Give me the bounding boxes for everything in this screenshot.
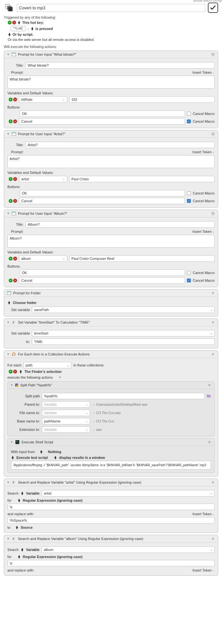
add-trigger-button[interactable]: + [8, 21, 12, 24]
disclosure-icon[interactable]: ▼ [10, 384, 13, 387]
cancel-macro-checkbox[interactable] [187, 279, 191, 282]
title-input[interactable] [25, 221, 215, 228]
add-button-button[interactable]: + [9, 199, 13, 203]
basename-variable-select[interactable]: pathName⌄ [42, 418, 90, 424]
gear-icon[interactable] [211, 536, 215, 541]
gear-icon[interactable] [211, 320, 215, 325]
button-name-input[interactable] [20, 110, 185, 117]
gear-icon[interactable] [211, 132, 215, 136]
remove-button-button[interactable]: − [13, 199, 17, 203]
insert-token-button[interactable]: Insert Token⌄ [192, 568, 215, 572]
stepper-icon[interactable]: ▲▼ [21, 548, 24, 551]
remove-button-button[interactable]: − [13, 119, 17, 123]
cancel-macro-checkbox[interactable] [187, 199, 191, 203]
remove-var-button[interactable]: − [13, 98, 17, 101]
cancel-macro-checkbox[interactable] [187, 271, 191, 275]
replacement-input[interactable] [7, 517, 215, 524]
gear-icon[interactable] [211, 480, 215, 485]
add-button-button[interactable]: + [9, 119, 13, 123]
stepper-icon[interactable]: ▲▼ [54, 456, 57, 459]
button-name-input[interactable] [19, 277, 185, 284]
stepper-icon[interactable]: ▲▼ [8, 33, 11, 36]
disclosure-icon[interactable]: ▼ [7, 212, 10, 215]
button-name-input[interactable] [20, 190, 185, 196]
gear-icon[interactable] [211, 211, 215, 216]
cancel-macro-checkbox[interactable] [187, 191, 191, 195]
add-var-button[interactable]: + [9, 257, 13, 260]
stepper-icon[interactable]: ▲▼ [15, 526, 19, 529]
insert-token-button[interactable]: Insert Token⌄ [192, 71, 215, 74]
remove-collection-button[interactable]: − [13, 370, 17, 374]
stepper-icon[interactable]: ▲▼ [11, 456, 14, 459]
disclosure-icon[interactable]: ▼ [7, 353, 10, 356]
set-variable-label: Set variable [7, 308, 30, 312]
add-var-button[interactable]: + [9, 177, 13, 181]
parent-variable-select[interactable]: Variable⌄ [42, 401, 90, 408]
disclosure-icon[interactable]: ▼ [7, 53, 10, 56]
stepper-icon[interactable]: ▲▼ [17, 499, 21, 502]
gear-icon[interactable] [207, 383, 212, 387]
calculation-input[interactable] [32, 338, 215, 345]
add-var-button[interactable]: + [9, 98, 13, 101]
stepper-icon[interactable]: ▲▼ [21, 492, 24, 495]
disclosure-icon[interactable]: ▼ [7, 481, 10, 484]
stepper-icon[interactable]: ▲▼ [7, 301, 11, 304]
gear-icon[interactable] [211, 352, 215, 356]
remove-var-button[interactable]: − [13, 177, 17, 181]
remove-var-button[interactable]: − [13, 257, 17, 260]
prompt-textarea[interactable]: Artist? [7, 155, 215, 168]
variable-select[interactable]: timeStart⌄ [32, 330, 215, 336]
gear-icon[interactable] [207, 440, 212, 444]
disclosure-icon[interactable]: ▼ [7, 321, 10, 324]
disclosure-icon[interactable]: ▼ [59, 376, 61, 379]
button-name-input[interactable] [20, 270, 185, 276]
hotkey-field[interactable]: ^⌥⇧⌘C [10, 26, 26, 31]
variable-default-input[interactable] [69, 255, 215, 262]
button-name-input[interactable] [19, 118, 185, 125]
search-pattern-input[interactable] [7, 504, 215, 510]
gear-icon[interactable] [211, 52, 215, 57]
insert-token-button[interactable]: Insert Token⌄ [192, 512, 215, 516]
variable-default-input[interactable] [69, 96, 215, 103]
variables-label: Variables and Default Values: [7, 250, 215, 254]
extension-variable-select[interactable]: Variable⌄ [42, 426, 90, 433]
variable-select[interactable]: savePath⌄ [32, 307, 215, 313]
insert-token-button[interactable]: Insert Token⌄ [192, 150, 215, 154]
loop-variable-select[interactable]: path⌄ [23, 362, 71, 368]
cancel-macro-checkbox[interactable] [187, 119, 191, 123]
variable-default-input[interactable] [69, 176, 215, 182]
prompt-textarea[interactable]: Album? [7, 235, 215, 248]
title-input[interactable] [25, 62, 215, 69]
add-button-button[interactable]: + [9, 279, 13, 282]
variable-name-select[interactable]: artist⌄ [19, 176, 67, 182]
shell-script-textarea[interactable]: /Applications/ffmpeg -i "$KMVAR_path" -a… [11, 461, 211, 469]
stepper-icon[interactable]: ▲▼ [19, 370, 23, 373]
hotkey-dropdown[interactable]: ⌄ [27, 27, 29, 30]
remove-trigger-button[interactable]: − [12, 21, 16, 24]
enabled-checkbox[interactable] [208, 3, 218, 13]
stepper-icon[interactable]: ▲▼ [31, 27, 34, 30]
stepper-icon[interactable]: ▲▼ [17, 555, 21, 558]
remove-button-button[interactable]: − [13, 279, 17, 282]
disclosure-icon[interactable]: ▼ [7, 537, 10, 540]
variable-name-select[interactable]: bitRate⌄ [19, 96, 67, 103]
stepper-icon[interactable]: ▲▼ [17, 21, 21, 24]
filename-variable-select[interactable]: Variable⌄ [42, 410, 90, 416]
macro-title-input[interactable] [17, 4, 205, 12]
folder-picker-icon[interactable] [207, 393, 211, 399]
stepper-icon[interactable]: ▲▼ [40, 450, 43, 453]
search-variable-select[interactable]: artist⌄ [42, 490, 215, 497]
title-input[interactable] [25, 142, 215, 148]
cancel-macro-checkbox[interactable] [187, 112, 191, 116]
disclosure-icon[interactable]: ▼ [7, 132, 10, 136]
split-path-input[interactable] [42, 393, 205, 399]
search-variable-select[interactable]: album⌄ [42, 546, 215, 553]
search-pattern-input[interactable] [7, 560, 215, 566]
button-name-input[interactable] [19, 198, 185, 204]
disclosure-icon[interactable]: ▼ [10, 440, 13, 444]
prompt-textarea[interactable]: What bitrate? [7, 76, 215, 89]
add-collection-button[interactable]: + [9, 370, 13, 374]
gear-icon[interactable] [211, 291, 215, 295]
insert-token-button[interactable]: Insert Token⌄ [192, 230, 215, 233]
variable-name-select[interactable]: album⌄ [19, 255, 67, 262]
